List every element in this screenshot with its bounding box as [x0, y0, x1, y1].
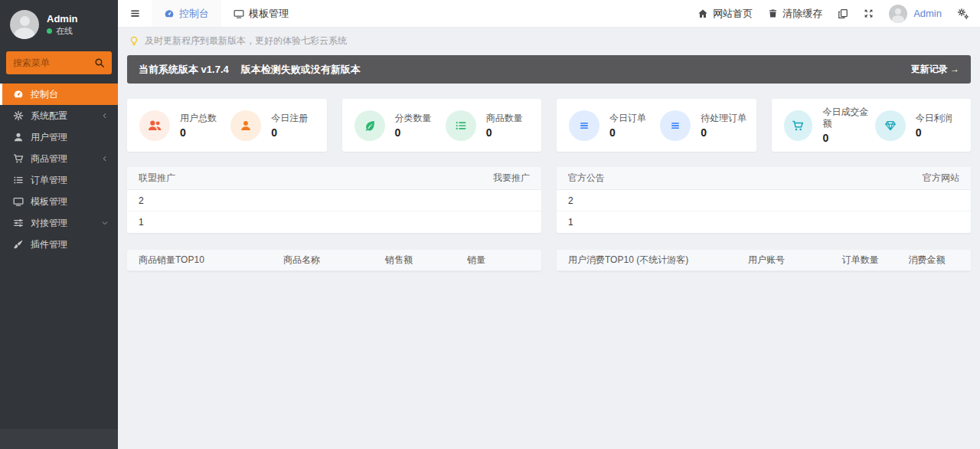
sidebar-item-label: 系统配置 [31, 110, 94, 123]
refresh-tabs-button[interactable] [838, 8, 848, 19]
home-icon [697, 8, 708, 19]
stat-label: 今日利润 [916, 113, 952, 124]
stat-value: 0 [486, 127, 523, 139]
tab-label: 控制台 [179, 7, 209, 21]
sidebar-footer [0, 429, 118, 449]
topbar: 控制台 模板管理 网站首页 清除缓存 Admin [118, 0, 980, 28]
sidebar-item-dashboard[interactable]: 控制台 [0, 84, 118, 105]
topbar-user-menu[interactable]: Admin [889, 5, 942, 23]
tab-template-management[interactable]: 模板管理 [221, 0, 301, 27]
stat-item: 用户总数0 [139, 107, 230, 144]
stat-card-goods: 分类数量0 商品数量0 [342, 99, 542, 152]
version-status-text: 版本检测失败或没有新版本 [241, 63, 361, 77]
stat-card-users: 用户总数0 今日注册0 [127, 99, 327, 152]
stat-label: 今日订单 [609, 113, 646, 124]
sidebar-item-plugin-management[interactable]: 插件管理 [0, 234, 118, 255]
cart-icon [13, 153, 24, 164]
list-icon [13, 175, 24, 185]
column-header: 订单数量 [842, 254, 909, 267]
trash-icon [768, 8, 778, 18]
fullscreen-button[interactable] [864, 8, 874, 18]
stat-item: 今日订单0 [569, 107, 660, 144]
cart-icon [784, 110, 813, 141]
sidebar-profile[interactable]: Admin 在线 [0, 0, 118, 47]
gem-icon [875, 110, 906, 141]
sidebar-item-order-management[interactable]: 订单管理 [0, 169, 118, 191]
list-item[interactable]: 1 [557, 211, 971, 233]
sidebar-item-integration-management[interactable]: 对接管理 [0, 212, 118, 234]
panels-row: 联盟推广 我要推广 2 1 官方公告 官方网站 2 1 [127, 167, 971, 233]
update-log-link[interactable]: 更新记录 → [911, 63, 959, 76]
stat-item: 今日利润0 [875, 107, 966, 144]
sidebar-item-user-management[interactable]: 用户管理 [0, 126, 118, 148]
affiliate-link[interactable]: 我要推广 [493, 172, 530, 185]
tv-icon [13, 196, 24, 207]
panel-announcement: 官方公告 官方网站 2 1 [557, 167, 971, 233]
chevron-left-icon [101, 155, 109, 162]
sidebar-item-label: 订单管理 [31, 174, 109, 187]
table-goods-top10: 商品销量TOP10 商品名称 销售额 销量 [127, 250, 541, 271]
stat-value: 0 [271, 127, 308, 139]
stat-value: 0 [395, 127, 432, 139]
site-home-link[interactable]: 网站首页 [697, 7, 753, 21]
panel-title: 联盟推广 [139, 172, 175, 185]
dashboard-icon [164, 8, 175, 19]
column-header: 消费金额 [909, 254, 959, 267]
topbar-username: Admin [913, 8, 942, 19]
site-home-label: 网站首页 [713, 7, 753, 21]
tab-dashboard[interactable]: 控制台 [152, 0, 221, 27]
stat-label: 今日注册 [271, 113, 308, 124]
list-icon [446, 110, 476, 141]
sidebar-item-label: 插件管理 [31, 238, 109, 251]
sidebar-menu: 控制台 系统配置 用户管理 商品管理 订单管理 模板管理 对接管理 [0, 84, 118, 255]
menu-search-input[interactable] [13, 57, 94, 68]
table-header: 用户消费TOP10 (不统计游客) 用户账号 订单数量 消费金额 [557, 250, 971, 271]
list-item[interactable]: 1 [127, 211, 541, 233]
clear-cache-link[interactable]: 清除缓存 [768, 7, 822, 21]
stat-card-orders: 今日订单0 待处理订单0 [557, 99, 756, 152]
sidebar-item-label: 控制台 [31, 88, 109, 101]
profile-status: 在线 [47, 25, 77, 37]
list-item[interactable]: 2 [557, 190, 971, 211]
hamburger-button[interactable] [118, 0, 152, 27]
leaf-icon [354, 110, 385, 141]
tab-label: 模板管理 [249, 7, 289, 21]
sidebar-item-template-management[interactable]: 模板管理 [0, 191, 118, 212]
panel-header: 联盟推广 我要推广 [127, 167, 541, 190]
profile-username: Admin [47, 12, 77, 25]
stat-item: 商品数量0 [446, 107, 537, 144]
sidebar-item-system-config[interactable]: 系统配置 [0, 105, 118, 126]
cogs-icon [957, 8, 969, 20]
online-dot [47, 28, 52, 34]
panel-header: 官方公告 官方网站 [557, 167, 971, 190]
notice-text: 及时更新程序到最新版本，更好的体验七彩云系统 [145, 34, 347, 48]
stat-item: 分类数量0 [354, 107, 446, 144]
column-header: 用户账号 [748, 254, 842, 267]
stat-value: 0 [180, 127, 217, 139]
bars-icon [569, 110, 599, 141]
stat-item: 今日注册0 [230, 107, 322, 144]
profile-status-label: 在线 [56, 25, 73, 37]
sidebar-item-label: 对接管理 [31, 217, 94, 230]
column-header: 商品名称 [283, 254, 385, 267]
sliders-icon [13, 218, 24, 228]
search-icon[interactable] [94, 57, 105, 68]
user-icon [13, 132, 24, 143]
tables-row: 商品销量TOP10 商品名称 销售额 销量 用户消费TOP10 (不统计游客) … [127, 250, 971, 271]
version-banner: 当前系统版本 v1.7.4 版本检测失败或没有新版本 更新记录 → [127, 55, 971, 84]
avatar [889, 5, 907, 23]
stat-cards-row: 用户总数0 今日注册0 分类数量0 商品数量0 [127, 99, 971, 152]
menu-search [6, 51, 112, 74]
chevron-down-icon [101, 219, 109, 227]
table-title: 用户消费TOP10 (不统计游客) [568, 254, 748, 267]
settings-button[interactable] [957, 8, 969, 20]
chevron-left-icon [101, 112, 109, 120]
sidebar-item-goods-management[interactable]: 商品管理 [0, 148, 118, 169]
clear-cache-label: 清除缓存 [782, 7, 822, 21]
brush-icon [13, 239, 24, 250]
official-site-link[interactable]: 官方网站 [923, 172, 959, 185]
stat-value: 0 [916, 127, 952, 139]
list-item[interactable]: 2 [127, 190, 541, 211]
dashboard-icon [13, 89, 24, 100]
gear-icon [13, 110, 24, 121]
